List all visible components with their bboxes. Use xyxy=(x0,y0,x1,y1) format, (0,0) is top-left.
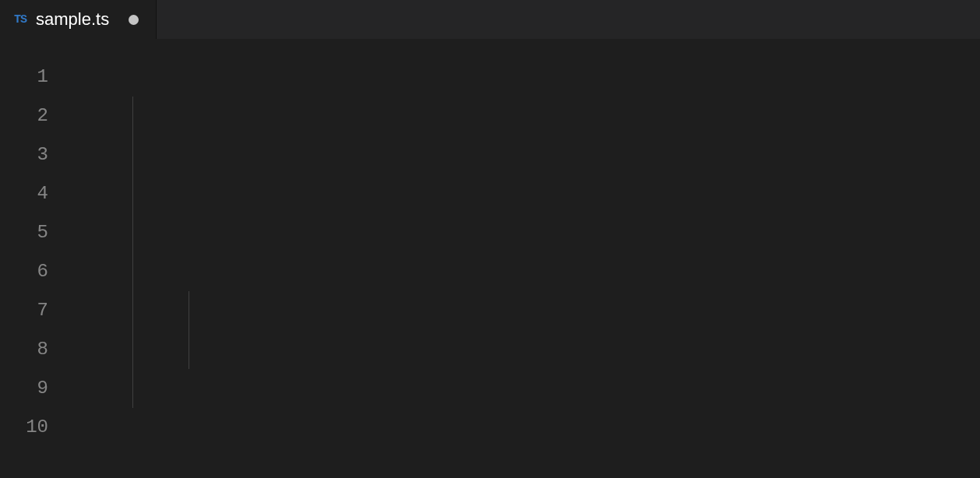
tab-dirty-indicator-icon[interactable] xyxy=(125,11,142,28)
line-number: 5 xyxy=(0,213,48,252)
typescript-file-icon: TS xyxy=(14,13,26,26)
code-line[interactable] xyxy=(76,330,980,369)
line-number: 1 xyxy=(0,58,48,97)
line-number: 7 xyxy=(0,291,48,330)
line-number: 2 xyxy=(0,97,48,135)
editor-tab[interactable]: TS sample.ts xyxy=(0,0,157,39)
line-number: 3 xyxy=(0,135,48,174)
line-number: 6 xyxy=(0,252,48,291)
tab-filename: sample.ts xyxy=(36,9,109,30)
code-editor[interactable]: 1 2 3 4 5 6 7 8 9 10 export class C { he… xyxy=(0,39,980,478)
code-content[interactable]: export class C { hello: number; beautifu… xyxy=(76,58,980,478)
line-number-gutter: 1 2 3 4 5 6 7 8 9 10 xyxy=(0,58,76,478)
line-number: 10 xyxy=(0,408,48,447)
tab-bar-empty-area xyxy=(157,0,980,39)
line-number: 8 xyxy=(0,330,48,369)
line-number: 9 xyxy=(0,369,48,408)
line-number: 4 xyxy=(0,174,48,213)
tab-bar: TS sample.ts xyxy=(0,0,980,39)
